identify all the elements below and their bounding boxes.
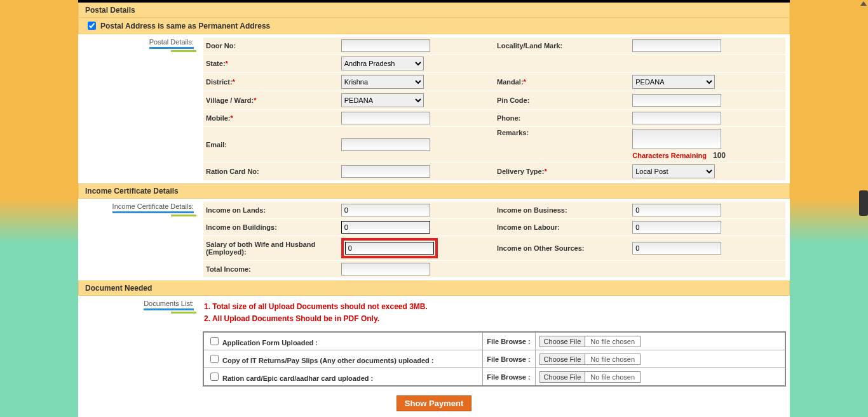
doc-note-2: 2. All Upload Documents Should be in PDF…: [204, 313, 785, 325]
income-lands-label: Income on Lands:: [203, 202, 339, 219]
village-label: Village / Ward:*: [203, 91, 339, 110]
char-remaining-count: 100: [713, 151, 726, 160]
doc3-checkbox[interactable]: [210, 373, 219, 381]
income-total-input[interactable]: [341, 263, 430, 275]
doorno-label: Door No:: [203, 37, 339, 55]
state-label: State:*: [203, 55, 339, 73]
income-total-label: Total Income:: [203, 261, 339, 278]
ration-label: Ration Card No:: [203, 162, 339, 181]
pincode-input[interactable]: [632, 94, 721, 107]
mandal-label: Mandal:*: [494, 73, 630, 91]
scroll-up-icon[interactable]: [860, 1, 867, 6]
locality-input[interactable]: [632, 39, 721, 52]
income-salary-input[interactable]: [345, 242, 434, 255]
income-form: Income on Lands: Income on Business: Inc…: [203, 201, 786, 278]
same-address-bar: Postal Address is same as Permanent Addr…: [78, 18, 790, 34]
phone-input[interactable]: [632, 112, 721, 124]
table-row: Ration card/Epic card/aadhar card upload…: [203, 368, 785, 387]
same-address-label: Postal Address is same as Permanent Addr…: [100, 22, 270, 30]
email-input[interactable]: [341, 138, 430, 151]
file-browse-label: File Browse :: [483, 332, 535, 350]
remarks-textarea[interactable]: [632, 129, 721, 149]
documents-section-header: Document Needed: [78, 281, 790, 296]
ration-input[interactable]: [341, 165, 430, 178]
postal-section-header: Postal Details: [78, 3, 790, 18]
remarks-label: Remarks:: [494, 127, 630, 162]
mandal-select[interactable]: PEDANA: [632, 75, 715, 89]
postal-side-label: Postal Details:: [78, 34, 199, 53]
show-payment-button[interactable]: Show Payment: [397, 395, 471, 411]
income-business-label: Income on Business:: [494, 202, 630, 219]
locality-label: Locality/Land Mark:: [494, 37, 630, 55]
doc2-label: Copy of IT Returns/Pay Slips (Any other …: [222, 357, 433, 364]
doc1-label: Application Form Uploaded :: [222, 339, 318, 347]
income-side-label: Income Certificate Details:: [78, 199, 199, 217]
doc3-label: Ration card/Epic card/aadhar card upload…: [222, 374, 373, 382]
doc-notes: 1. Total size of all Upload Documents sh…: [203, 298, 786, 328]
district-select[interactable]: Krishna: [341, 75, 424, 89]
phone-label: Phone:: [494, 110, 630, 127]
income-section-header: Income Certificate Details: [78, 183, 790, 199]
file-browse-label: File Browse :: [483, 368, 535, 387]
same-address-checkbox[interactable]: [88, 22, 96, 30]
doc3-file-input[interactable]: Choose FileNo file chosen: [539, 371, 641, 383]
income-buildings-label: Income on Buildings:: [203, 219, 339, 236]
doorno-input[interactable]: [341, 39, 430, 52]
doc2-file-input[interactable]: Choose FileNo file chosen: [539, 354, 641, 365]
file-browse-label: File Browse :: [483, 350, 535, 368]
income-lands-input[interactable]: [341, 204, 430, 216]
pincode-label: Pin Code:: [494, 91, 630, 110]
income-other-label: Income on Other Sources:: [494, 236, 630, 261]
documents-table: Application Form Uploaded : File Browse …: [203, 331, 786, 387]
postal-form: Door No: Locality/Land Mark: State:* And…: [203, 37, 786, 181]
income-salary-label: Salary of both Wife and Husband (Employe…: [203, 236, 339, 261]
email-label: Email:: [203, 127, 339, 162]
documents-side-label: Documents List:: [78, 296, 199, 314]
income-buildings-input[interactable]: [341, 221, 430, 234]
income-other-input[interactable]: [632, 242, 721, 255]
doc-note-1: 1. Total size of all Upload Documents sh…: [204, 301, 785, 313]
income-labour-input[interactable]: [632, 221, 721, 234]
table-row: Application Form Uploaded : File Browse …: [203, 332, 785, 350]
income-business-input[interactable]: [632, 204, 721, 216]
income-labour-label: Income on Labour:: [494, 219, 630, 236]
delivery-label: Delivery Type:*: [494, 162, 630, 181]
delivery-select[interactable]: Local Post: [632, 164, 715, 178]
district-label: District:*: [203, 73, 339, 91]
state-select[interactable]: Andhra Pradesh: [341, 56, 424, 70]
doc1-file-input[interactable]: Choose FileNo file chosen: [539, 336, 641, 347]
mobile-label: Mobile:*: [203, 110, 339, 127]
table-row: Copy of IT Returns/Pay Slips (Any other …: [203, 350, 785, 368]
doc2-checkbox[interactable]: [210, 355, 219, 363]
scrollbar-thumb[interactable]: [859, 190, 868, 216]
mobile-input[interactable]: [341, 112, 430, 124]
doc1-checkbox[interactable]: [210, 337, 219, 345]
salary-highlight: [341, 238, 438, 258]
char-remaining-label: Characters Remaining: [632, 152, 707, 159]
page-container: Postal Details Postal Address is same as…: [78, 0, 790, 417]
village-select[interactable]: PEDANA: [341, 93, 424, 107]
